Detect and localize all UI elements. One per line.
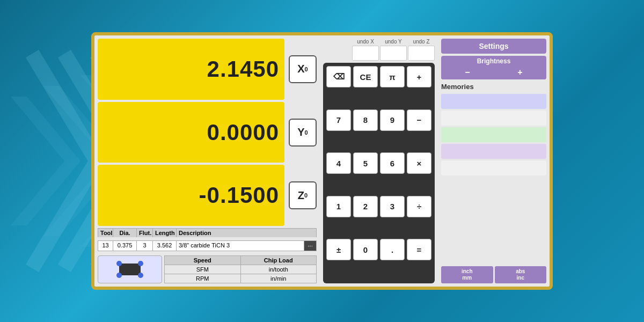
tool-number: 13 [98, 241, 113, 251]
brightness-minus-button[interactable]: − [441, 65, 494, 79]
tool-len: 3.562 [153, 241, 177, 251]
desc-col-header: Description [177, 229, 316, 237]
speed-section: Speed Chip Load SFM in/tooth RPM in/min [98, 255, 317, 283]
tool-data-row: 13 0.375 3 3.562 3/8" carbide TiCN 3 ··· [98, 240, 317, 251]
undo-z-label: undo Z [408, 39, 435, 45]
speed-row-sfm: SFM in/tooth [165, 265, 316, 274]
numpad: ⌫ CE π + 7 8 9 − 4 5 6 × 1 2 3 ÷ ± [323, 63, 435, 283]
decimal-button[interactable]: . [380, 239, 405, 260]
memory-box-1[interactable] [441, 94, 546, 109]
undo-x-label: undo X [352, 39, 379, 45]
tool-header-row: Tool Dia. Flut. Length Description [98, 228, 317, 237]
speed-tool-visual [119, 264, 141, 275]
pi-button[interactable]: π [380, 66, 405, 87]
speed-diagram [98, 255, 162, 283]
rpm-label: RPM [165, 274, 241, 283]
8-button[interactable]: 8 [353, 109, 378, 131]
4-button[interactable]: 4 [326, 152, 351, 174]
memory-box-4[interactable] [441, 144, 546, 159]
right-panel: Settings Brightness − + Memories inch mm… [438, 35, 550, 287]
tool-col-header: Tool [98, 229, 113, 237]
dot-bl [116, 273, 122, 278]
brightness-buttons: − + [441, 65, 546, 79]
speed-table: Speed Chip Load SFM in/tooth RPM in/min [164, 255, 317, 283]
speed-row-rpm: RPM in/min [165, 274, 316, 283]
brightness-plus-button[interactable]: + [494, 65, 546, 79]
undo-y-label: undo Y [380, 39, 407, 45]
z-axis-row: -0.1500 Z0 [98, 165, 317, 226]
7-button[interactable]: 7 [326, 109, 351, 131]
tool-rect [119, 264, 141, 275]
x-axis-row: 2.1450 X0 [98, 39, 317, 100]
plus-button[interactable]: + [407, 66, 431, 87]
tool-more-button[interactable]: ··· [304, 241, 316, 251]
numpad-panel: undo X undo Y undo Z ⌫ CE π + 7 8 9 [320, 35, 438, 287]
y-axis-button[interactable]: Y0 [289, 119, 317, 147]
9-button[interactable]: 9 [380, 109, 405, 131]
minus-button[interactable]: − [407, 109, 431, 131]
dot-tr [138, 261, 143, 266]
z-axis-button[interactable]: Z0 [289, 181, 317, 209]
memory-box-3[interactable] [441, 127, 546, 142]
settings-button[interactable]: Settings [441, 39, 546, 54]
backspace-button[interactable]: ⌫ [326, 66, 351, 87]
tool-desc: 3/8" carbide TiCN 3 [177, 241, 304, 251]
x-value-display: 2.1450 [98, 39, 284, 100]
dot-br [138, 273, 143, 278]
dro-display-panel: 2.1450 X0 0.0000 Y0 -0.1500 Z0 [94, 35, 320, 287]
abs-inc-button[interactable]: abs inc [495, 266, 547, 283]
memory-box-2[interactable] [441, 111, 546, 126]
2-button[interactable]: 2 [353, 196, 378, 217]
1-button[interactable]: 1 [326, 196, 351, 217]
flut-col-header: Flut. [137, 229, 153, 237]
undo-boxes [323, 46, 435, 61]
3-button[interactable]: 3 [380, 196, 405, 217]
intooth-label: in/tooth [241, 265, 317, 274]
0-button[interactable]: 0 [353, 239, 378, 260]
y-value-display: 0.0000 [98, 102, 284, 163]
memory-boxes [441, 94, 546, 264]
x-axis-button[interactable]: X0 [289, 55, 317, 83]
dia-col-header: Dia. [113, 229, 137, 237]
sfm-label: SFM [165, 265, 241, 274]
plusminus-button[interactable]: ± [326, 239, 351, 260]
equals-button[interactable]: = [407, 239, 431, 260]
unit-row: inch mm abs inc [441, 266, 546, 283]
speed-table-header: Speed Chip Load [165, 256, 316, 265]
tool-flut: 3 [137, 241, 153, 251]
undo-label-row: undo X undo Y undo Z [323, 39, 435, 45]
brightness-label: Brightness [441, 56, 546, 65]
z-value-display: -0.1500 [98, 165, 284, 226]
inmin-label: in/min [241, 274, 317, 283]
dot-tl [116, 261, 122, 266]
undo-x-box[interactable] [352, 46, 379, 61]
y-subscript: 0 [305, 129, 308, 136]
z-subscript: 0 [304, 192, 308, 199]
5-button[interactable]: 5 [353, 152, 378, 174]
memory-box-5[interactable] [441, 160, 546, 175]
tool-dia: 0.375 [113, 241, 137, 251]
speed-header: Speed [165, 256, 241, 265]
inch-mm-button[interactable]: inch mm [441, 266, 493, 283]
divide-button[interactable]: ÷ [407, 196, 431, 217]
ce-button[interactable]: CE [353, 66, 378, 87]
undo-z-box[interactable] [408, 46, 435, 61]
y-axis-row: 0.0000 Y0 [98, 102, 317, 163]
multiply-button[interactable]: × [407, 152, 431, 174]
memories-label: Memories [441, 82, 546, 92]
6-button[interactable]: 6 [380, 152, 405, 174]
undo-y-box[interactable] [380, 46, 407, 61]
dro-frame: 2.1450 X0 0.0000 Y0 -0.1500 Z0 [91, 32, 553, 290]
chip-header: Chip Load [241, 256, 317, 265]
x-subscript: 0 [305, 66, 308, 72]
brightness-control: Brightness − + [441, 56, 546, 79]
len-col-header: Length [153, 229, 177, 237]
